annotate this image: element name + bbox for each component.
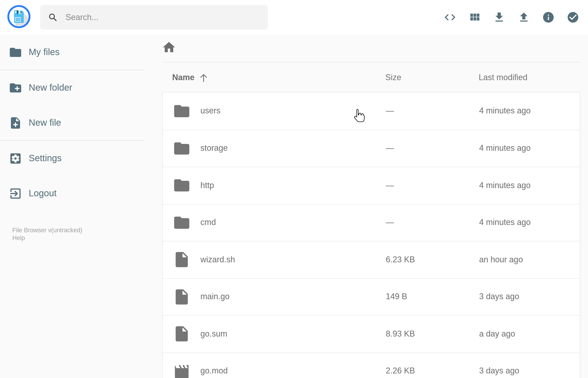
- sidebar-item-logout[interactable]: Logout: [0, 176, 144, 211]
- file-size: 2.26 KB: [386, 366, 479, 376]
- listing-row-cmd[interactable]: cmd — 4 minutes ago: [163, 204, 580, 241]
- version-link[interactable]: File Browser v(untracked): [12, 226, 82, 234]
- file-name: users: [200, 106, 220, 116]
- file-size: 149 B: [386, 292, 479, 302]
- file-size: 6.23 KB: [386, 255, 479, 265]
- file-modified: an hour ago: [479, 255, 580, 265]
- sidebar-item-label: Logout: [29, 188, 56, 199]
- column-header-modified[interactable]: Last modified: [479, 73, 580, 82]
- new-file-icon: [9, 116, 22, 130]
- settings-icon: [9, 151, 22, 165]
- listing-row-wizard-sh[interactable]: wizard.sh 6.23 KB an hour ago: [163, 241, 580, 278]
- code-icon: [444, 11, 456, 24]
- search-icon: [48, 12, 58, 23]
- new-folder-icon: [9, 81, 22, 94]
- folder-icon: [9, 45, 22, 59]
- sidebar-item-label: New folder: [29, 82, 72, 93]
- listing-column-headers: Name Size Last modified: [162, 67, 580, 88]
- file-name: storage: [200, 144, 228, 153]
- filebrowser-logo-icon: [7, 5, 31, 29]
- file-modified: 3 days ago: [479, 292, 580, 302]
- listing-row-storage[interactable]: storage — 4 minutes ago: [163, 130, 580, 167]
- app-logo[interactable]: [7, 5, 31, 29]
- help-link[interactable]: Help: [12, 234, 25, 242]
- header: [0, 0, 588, 35]
- search-bar[interactable]: [40, 5, 268, 30]
- sidebar-item-settings[interactable]: Settings: [0, 141, 144, 176]
- upload-button[interactable]: [517, 11, 530, 24]
- listing-row-go-mod[interactable]: go.mod 2.26 KB 3 days ago: [163, 352, 580, 378]
- file-icon: [173, 325, 191, 343]
- sidebar-item-label: My files: [29, 47, 60, 57]
- file-size: —: [386, 218, 479, 228]
- file-size: —: [386, 181, 479, 190]
- column-header-name[interactable]: Name: [172, 73, 385, 82]
- upload-icon: [517, 11, 530, 24]
- folder-icon: [173, 176, 191, 195]
- file-name: go.sum: [200, 329, 227, 339]
- breadcrumb-divider: [162, 62, 580, 62]
- select-button[interactable]: [567, 11, 579, 24]
- file-modified: 4 minutes ago: [479, 106, 580, 116]
- sidebar-item-new-file[interactable]: New file: [0, 105, 144, 140]
- file-modified: 4 minutes ago: [479, 181, 580, 190]
- listing-row-users[interactable]: users — 4 minutes ago: [163, 93, 580, 130]
- file-name: go.mod: [200, 366, 228, 376]
- view-mode-button[interactable]: [468, 11, 481, 24]
- sort-ascending-icon: [199, 73, 208, 82]
- select-check-icon: [567, 11, 579, 24]
- breadcrumb-home-button[interactable]: [162, 40, 176, 55]
- home-icon: [162, 40, 176, 55]
- file-name: cmd: [200, 218, 216, 228]
- sidebar-item-label: Settings: [29, 153, 62, 163]
- info-icon: [542, 11, 555, 24]
- file-name: wizard.sh: [200, 255, 235, 265]
- sidebar-item-new-folder[interactable]: New folder: [0, 70, 144, 105]
- file-icon: [173, 288, 191, 306]
- code-view-button[interactable]: [444, 11, 456, 24]
- sidebar-item-label: New file: [29, 118, 61, 128]
- listing-row-main-go[interactable]: main.go 149 B 3 days ago: [163, 278, 580, 315]
- file-modified: 3 days ago: [479, 366, 580, 376]
- grid-view-icon: [468, 11, 481, 24]
- file-size: 8.93 KB: [386, 329, 479, 339]
- file-size: —: [386, 106, 479, 116]
- folder-icon: [173, 214, 191, 232]
- file-listing: users — 4 minutes ago storage — 4 minute…: [162, 92, 580, 378]
- info-button[interactable]: [542, 11, 555, 24]
- filebrowser-app: My files New folder New file Settings Lo…: [0, 0, 588, 378]
- sidebar-item-my-files[interactable]: My files: [0, 35, 144, 70]
- listing-row-http[interactable]: http — 4 minutes ago: [163, 167, 580, 204]
- file-modified: a day ago: [479, 329, 580, 339]
- download-button[interactable]: [493, 11, 506, 24]
- search-input[interactable]: [65, 12, 256, 23]
- header-toolbar: [444, 0, 579, 35]
- file-modified: 4 minutes ago: [479, 144, 580, 153]
- column-header-size[interactable]: Size: [385, 73, 479, 82]
- logout-icon: [9, 187, 22, 200]
- folder-icon: [173, 139, 191, 158]
- file-icon: [173, 251, 191, 269]
- folder-icon: [173, 102, 191, 120]
- sidebar: My files New folder New file Settings Lo…: [0, 35, 144, 242]
- listing-row-go-sum[interactable]: go.sum 8.93 KB a day ago: [163, 315, 580, 352]
- file-name: http: [200, 181, 214, 190]
- download-icon: [493, 11, 506, 24]
- file-size: —: [386, 144, 479, 153]
- movie-icon: [173, 362, 191, 378]
- sidebar-footer: File Browser v(untracked) Help: [0, 226, 144, 242]
- file-name: main.go: [200, 292, 229, 302]
- file-modified: 4 minutes ago: [479, 218, 580, 228]
